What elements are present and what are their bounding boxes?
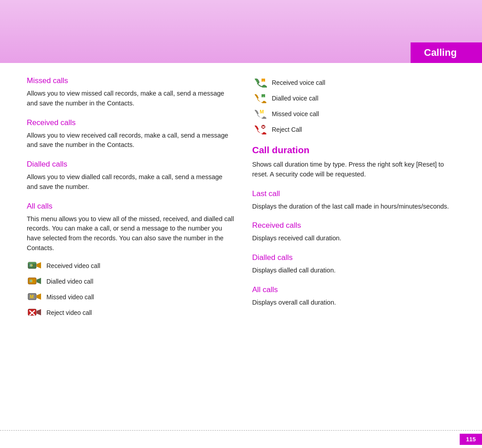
list-item: Received video call [27,260,234,272]
dialled-video-label: Dialled video call [46,278,93,285]
received-calls-body: Allows you to view received call records… [27,131,234,151]
list-item: Received voice call [252,76,460,89]
footer: 115 [0,430,482,448]
list-item: M Missed voice call [252,108,460,120]
dialled-calls-body: Allows you to view dialled call records,… [27,172,234,192]
last-call-body: Displays the duration of the last call m… [252,202,460,212]
svg-marker-13 [37,309,41,315]
reject-call-icon [252,123,268,136]
svg-text:M: M [260,109,264,114]
all-calls-title: All calls [27,202,234,211]
received-calls-title: Received calls [27,118,234,127]
left-icon-list: Received video call Dialled video call [27,260,234,319]
missed-voice-label: Missed voice call [272,110,319,117]
dialled-calls-duration-body: Displays dialled call duration. [252,266,460,276]
received-calls-duration-title: Received calls [252,221,460,230]
svg-text:M: M [30,294,33,299]
dialled-video-icon [27,275,43,288]
reject-call-label: Reject Call [272,126,302,133]
received-voice-icon [252,76,268,89]
dialled-voice-icon [252,92,268,105]
call-duration-body: Shows call duration time by type. Press … [252,160,460,180]
svg-rect-17 [262,79,265,82]
svg-marker-1 [37,262,41,268]
missed-video-label: Missed video call [46,293,94,301]
list-item: Reject video call [27,306,234,319]
reject-video-label: Reject video call [46,309,92,316]
received-calls-duration-body: Displays received call duration. [252,234,460,243]
reject-video-icon [27,306,43,319]
dialled-voice-label: Dialled voice call [272,95,318,102]
dialled-calls-duration-title: Dialled calls [252,253,460,262]
svg-marker-10 [37,293,41,300]
list-item: Reject Call [252,123,460,136]
list-item: Dialled voice call [252,92,460,105]
list-item: Dialled video call [27,275,234,288]
received-video-icon [27,260,43,272]
top-banner: Calling [0,0,482,63]
right-column: Received voice call Dialled voice call [252,76,460,322]
svg-rect-3 [29,264,32,267]
title-box: Calling [411,42,482,63]
dialled-calls-title: Dialled calls [27,160,234,169]
received-video-label: Received video call [46,262,100,269]
svg-rect-19 [262,94,265,97]
page-number: 115 [460,434,482,445]
missed-video-icon: M [27,291,43,303]
missed-calls-title: Missed calls [27,76,234,85]
last-call-title: Last call [252,189,460,198]
missed-calls-body: Allows you to view missed call records, … [27,89,234,109]
all-calls-body: This menu allows you to view all of the … [27,214,234,253]
all-calls-duration-body: Displays overall call duration. [252,298,460,308]
svg-rect-4 [28,262,36,264]
page-title: Calling [424,47,457,58]
missed-voice-icon: M [252,108,268,120]
received-voice-label: Received voice call [272,79,325,86]
all-calls-duration-title: All calls [252,285,460,294]
list-item: M Missed video call [27,291,234,303]
left-column: Missed calls Allows you to view missed c… [27,76,234,322]
svg-marker-6 [37,278,41,284]
main-content: Missed calls Allows you to view missed c… [0,63,482,335]
right-icon-list: Received voice call Dialled voice call [252,76,460,136]
call-duration-title: Call duration [252,145,460,155]
svg-rect-8 [29,280,32,282]
